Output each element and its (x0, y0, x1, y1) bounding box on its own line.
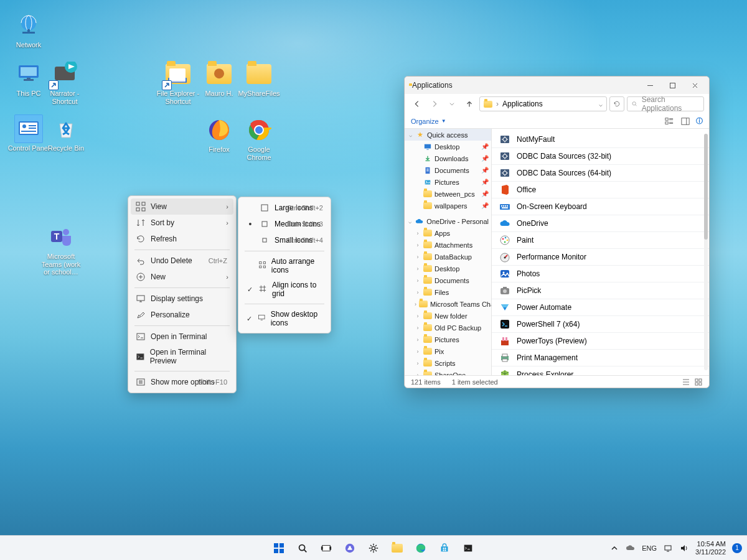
edge-button[interactable] (410, 538, 431, 559)
tray-network-icon[interactable] (663, 543, 673, 553)
file-item[interactable]: Paint (492, 232, 709, 249)
file-item[interactable]: PowerToys (Preview) (492, 333, 709, 350)
task-view-button[interactable] (316, 538, 337, 559)
nav-item[interactable]: ›Pictures (405, 334, 491, 345)
chevron-down-icon[interactable]: ⌵ (599, 101, 603, 108)
nav-item[interactable]: ›DataBackup (405, 251, 491, 263)
nav-item[interactable]: Desktop📌 (405, 141, 491, 152)
refresh-button[interactable] (609, 96, 624, 111)
nav-item[interactable]: ›Apps (405, 227, 491, 239)
close-button[interactable] (684, 78, 705, 92)
settings-button[interactable] (363, 538, 384, 559)
nav-item[interactable]: ›Old PC Backup (405, 322, 491, 334)
nav-item[interactable]: Documents📌 (405, 164, 491, 176)
explorer-button[interactable] (387, 538, 408, 559)
minimize-button[interactable] (639, 78, 660, 92)
desktop-icon-mauro[interactable]: Mauro H. (197, 60, 242, 98)
view-options-button[interactable] (664, 117, 675, 126)
menu-item-sort[interactable]: Sort by› (131, 215, 233, 231)
back-button[interactable] (410, 96, 425, 111)
nav-item[interactable]: ›Documents (405, 274, 491, 286)
details-view-toggle[interactable] (682, 378, 690, 386)
menu-item-undo-delete[interactable]: Undo DeleteCtrl+Z (131, 253, 233, 269)
nav-item[interactable]: ›Files (405, 286, 491, 298)
recent-dropdown[interactable] (444, 96, 459, 111)
titlebar[interactable]: Applications (405, 77, 709, 94)
desktop-icon-chrome[interactable]: Google Chrome (237, 116, 281, 161)
menu-item-refresh[interactable]: Refresh (131, 231, 233, 247)
submenu-large-icons[interactable]: Large iconsCtrl+Shift+2 (241, 200, 328, 216)
tray-language[interactable]: ENG (642, 544, 657, 552)
store-button[interactable] (434, 538, 455, 559)
nav-onedrive[interactable]: ⌵OneDrive - Personal (405, 215, 491, 227)
file-item[interactable]: Power Automate (492, 299, 709, 316)
taskbar[interactable]: ENG 10:54 AM 3/11/2022 1 (0, 535, 747, 560)
desktop-icon-firefox[interactable]: Firefox (197, 116, 242, 154)
menu-item-personalize[interactable]: Personalize (131, 307, 233, 323)
search-field[interactable]: Search Applications (627, 96, 704, 111)
nav-item[interactable]: wallpapers📌 (405, 200, 491, 212)
file-item[interactable]: Photos (492, 266, 709, 282)
nav-item[interactable]: Pictures📌 (405, 176, 491, 188)
file-list[interactable]: NotMyFaultODBC Data Sources (32-bit)ODBC… (492, 129, 709, 375)
submenu-auto-arrange[interactable]: Auto arrange icons (241, 254, 328, 278)
tray-chevron-up-icon[interactable] (609, 543, 619, 553)
desktop-icon-teams[interactable]: T Microsoft Teams (work or school… (39, 223, 83, 276)
nav-item[interactable]: Downloads📌 (405, 152, 491, 164)
submenu-medium-icons[interactable]: Medium iconsCtrl+Shift+3 (241, 216, 328, 232)
nav-item[interactable]: ›ShareOne (405, 369, 491, 375)
start-button[interactable] (268, 538, 289, 559)
up-button[interactable] (462, 96, 477, 111)
submenu-align-grid[interactable]: ✓ Align icons to grid (241, 278, 328, 301)
file-item[interactable]: PicPick (492, 282, 709, 299)
scrollbar[interactable] (704, 134, 708, 370)
file-item[interactable]: On-Screen Keyboard (492, 198, 709, 215)
organize-menu[interactable]: Organize▼ (411, 118, 446, 125)
nav-item[interactable]: ›Pix (405, 345, 491, 357)
file-item[interactable]: PowerShell 7 (x64) (492, 316, 709, 333)
breadcrumb[interactable]: Applications (502, 100, 543, 108)
file-item[interactable]: OneDrive (492, 215, 709, 232)
desktop-icon-file-explorer[interactable]: File Explorer - Shortcut (156, 60, 200, 105)
help-button[interactable]: ⓘ (696, 116, 703, 126)
menu-item-more-options[interactable]: Show more optionsShift+F10 (131, 374, 233, 390)
menu-item-terminal-preview[interactable]: Open in Terminal Preview (131, 345, 233, 368)
submenu-show-desktop-icons[interactable]: ✓ Show desktop icons (241, 307, 328, 330)
submenu-small-icons[interactable]: Small iconsCtrl+Shift+4 (241, 232, 328, 248)
file-item[interactable]: Office (492, 182, 709, 198)
forward-button[interactable] (427, 96, 442, 111)
chat-button[interactable] (339, 538, 360, 559)
desktop-icon-myshare[interactable]: MyShareFiles (237, 60, 281, 98)
menu-item-terminal[interactable]: Open in Terminal (131, 329, 233, 345)
nav-item[interactable]: between_pcs📌 (405, 188, 491, 200)
nav-item[interactable]: ›New folder (405, 310, 491, 322)
desktop-icon-recycle-bin[interactable]: Recycle Bin (44, 114, 88, 152)
maximize-button[interactable] (662, 78, 683, 92)
file-item[interactable]: Print Management (492, 350, 709, 366)
nav-item[interactable]: ›Attachments (405, 239, 491, 251)
nav-item[interactable]: ›Microsoft Teams Chat Files (405, 298, 491, 310)
menu-item-view[interactable]: View› (131, 198, 233, 215)
tray-volume-icon[interactable] (679, 543, 689, 553)
search-button[interactable] (292, 538, 313, 559)
nav-item[interactable]: ›Scripts (405, 357, 491, 369)
notification-badge[interactable]: 1 (732, 543, 742, 553)
terminal-pin-button[interactable] (458, 538, 479, 559)
address-bar[interactable]: › Applications ⌵ (479, 96, 607, 111)
scroll-thumb[interactable] (704, 134, 708, 240)
menu-item-new[interactable]: New› (131, 269, 233, 285)
desktop-icon-narrator[interactable]: Narrator - Shortcut (42, 60, 87, 105)
tray-onedrive-icon[interactable] (626, 543, 636, 553)
preview-pane-button[interactable] (681, 117, 690, 126)
nav-item[interactable]: ›Desktop (405, 263, 491, 274)
nav-quick-access[interactable]: ⌵★Quick access (405, 129, 491, 141)
tray-clock[interactable]: 10:54 AM 3/11/2022 (695, 540, 726, 555)
file-item[interactable]: Performance Monitor (492, 249, 709, 266)
icons-view-toggle[interactable] (694, 378, 703, 386)
file-item[interactable]: Process Explorer (492, 366, 709, 375)
file-item[interactable]: ODBC Data Sources (64-bit) (492, 165, 709, 182)
file-item[interactable]: NotMyFault (492, 131, 709, 148)
menu-item-display-settings[interactable]: Display settings (131, 291, 233, 307)
file-item[interactable]: ODBC Data Sources (32-bit) (492, 148, 709, 165)
desktop-icon-network[interactable]: Network (6, 11, 51, 49)
